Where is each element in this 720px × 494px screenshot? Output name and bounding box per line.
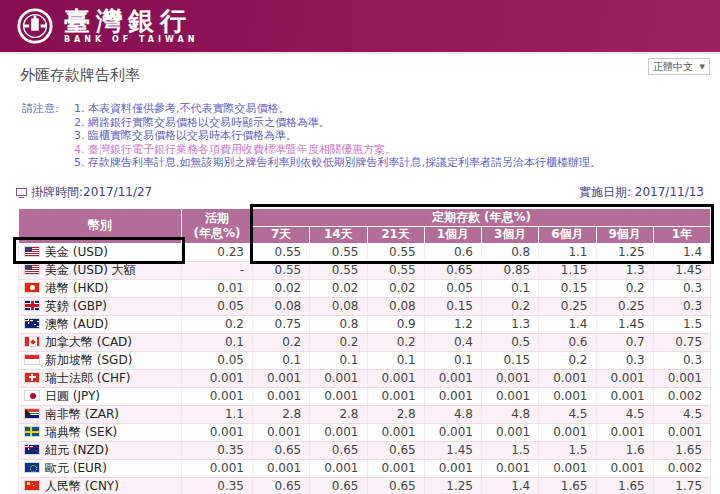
quote-time: 掛牌時間: 2017/11/27 [16,184,152,201]
table-row: 新加坡幣 (SGD)0.050.10.10.10.10.150.20.30.3 [19,351,711,369]
term-rate-cell: 0.75 [653,333,710,351]
term-rate-cell: 0.1 [482,279,539,297]
term-rate-cell: 2.8 [367,405,424,423]
term-rate-cell: 1.75 [653,477,710,494]
term-rate-cell: 2.8 [310,405,367,423]
nz-flag-icon [24,444,40,455]
col-header-term: 6個月 [539,226,596,243]
chevron-down-icon: ▼ [700,63,705,71]
currency-cell: 日圓 (JPY) [19,387,182,405]
us-flag-icon [24,264,40,275]
demand-rate-cell: 0.23 [182,243,253,261]
term-rate-cell: 1.4 [653,243,710,261]
term-rate-cell: 0.1 [424,351,481,369]
term-rate-cell: 1.5 [539,441,596,459]
term-rate-cell: 0.001 [367,423,424,441]
term-rate-cell: 1.65 [539,477,596,494]
term-rate-cell: 0.2 [482,297,539,315]
note-item: 5. 存款牌告利率計息,如無該期別之牌告利率則依較低期別牌告利率計息,採議定利率… [74,156,601,170]
term-rate-cell: 0.001 [424,369,481,387]
term-rate-cell: 0.001 [310,387,367,405]
effective-date-value: 2017/11/13 [635,185,704,199]
term-rate-cell: 0.6 [539,333,596,351]
term-rate-cell: 0.001 [482,387,539,405]
term-rate-cell: 0.8 [482,243,539,261]
table-row: 紐元 (NZD)0.350.650.650.651.451.51.51.61.6… [19,441,711,459]
term-rate-cell: 0.3 [653,351,710,369]
table-row: 瑞士法郎 (CHF)0.0010.0010.0010.0010.0010.001… [19,369,711,387]
language-select[interactable]: 正體中文 ▼ [648,58,710,75]
term-rate-cell: 0.08 [367,297,424,315]
term-rate-cell: 0.001 [539,369,596,387]
language-select-value: 正體中文 [653,60,693,74]
term-rate-cell: 0.02 [253,279,310,297]
term-rate-cell: 0.002 [653,387,710,405]
term-rate-cell: 0.55 [253,243,310,261]
demand-rate-cell: 0.35 [182,477,253,494]
currency-cell: 美金 (USD) 大額 [19,261,182,279]
term-rate-cell: 0.15 [482,351,539,369]
term-rate-cell: 0.3 [596,351,653,369]
term-rate-cell: 4.5 [596,405,653,423]
term-rate-cell: 0.65 [424,261,481,279]
currency-cell: 瑞士法郎 (CHF) [19,369,182,387]
term-rate-cell: 0.65 [310,441,367,459]
term-rate-cell: 0.001 [539,459,596,477]
col-header-demand: 活期 (年息%) [182,208,253,243]
term-rate-cell: 0.6 [424,243,481,261]
demand-rate-cell: 0.1 [182,333,253,351]
term-rate-cell: 1.3 [482,315,539,333]
term-rate-cell: 0.001 [596,387,653,405]
term-rate-cell: 0.001 [367,459,424,477]
term-rate-cell: 0.2 [367,333,424,351]
dates-row: 掛牌時間: 2017/11/27 實施日期: 2017/11/13 [16,184,704,201]
term-rate-cell: 0.15 [424,297,481,315]
term-rate-cell: 0.65 [253,441,310,459]
notes-label: 請注意: [22,102,74,170]
demand-rate-cell: 0.001 [182,459,253,477]
note-item: 2. 網路銀行實際交易價格以交易時顯示之價格為準。 [74,116,601,130]
currency-cell: 南非幣 (ZAR) [19,405,182,423]
table-row: 歐元 (EUR)0.0010.0010.0010.0010.0010.0010.… [19,459,711,477]
page-title: 外匯存款牌告利率 [20,66,720,85]
term-rate-cell: 0.001 [367,387,424,405]
term-rate-cell: 4.8 [424,405,481,423]
term-rate-cell: 0.02 [367,279,424,297]
term-rate-cell: 0.001 [653,423,710,441]
term-rate-cell: 0.08 [253,297,310,315]
term-rate-cell: 0.4 [424,333,481,351]
term-rate-cell: 0.001 [253,369,310,387]
note-item: 3. 臨櫃實際交易價格以交易時本行價格為準。 [74,129,601,143]
col-header-term: 1年 [653,226,710,243]
col-header-term: 14天 [310,226,367,243]
rates-tbody: 美金 (USD)0.230.550.550.550.60.81.11.251.4… [19,243,711,494]
jp-flag-icon [24,390,40,401]
col-header-time-deposit: 定期存款 (年息%) [253,208,711,226]
monitor-icon [16,188,27,196]
effective-date: 實施日期: 2017/11/13 [579,184,704,201]
table-row: 日圓 (JPY)0.0010.0010.0010.0010.0010.0010.… [19,387,711,405]
fx-deposit-rates-table: 幣別 活期 (年息%) 定期存款 (年息%) 7天 14天 21天 1個月 3個… [18,208,711,494]
note-item-fee-link[interactable]: 4. 臺灣銀行電子銀行業務各項費用收費標準暨年度相關優惠方案。 [74,143,601,157]
currency-cell: 港幣 (HKD) [19,279,182,297]
term-rate-cell: 0.65 [367,441,424,459]
demand-rate-cell: 0.001 [182,423,253,441]
term-rate-cell: 0.001 [310,459,367,477]
term-rate-cell: 1.65 [653,441,710,459]
term-rate-cell: 1.65 [596,477,653,494]
term-rate-cell: 0.001 [253,387,310,405]
col-header-term: 1個月 [424,226,481,243]
term-rate-cell: 1.4 [539,315,596,333]
term-rate-cell: 0.9 [367,315,424,333]
term-rate-cell: 1.25 [596,243,653,261]
cn-flag-icon [24,480,40,491]
term-rate-cell: 0.08 [310,297,367,315]
effective-date-label: 實施日期: [579,185,631,199]
notes-section: 請注意: 1. 本表資料僅供參考,不代表實際交易價格。 2. 網路銀行實際交易價… [22,102,720,170]
au-flag-icon [24,318,40,329]
term-rate-cell: 0.7 [596,333,653,351]
table-row: 加拿大幣 (CAD)0.10.20.20.20.40.50.60.70.75 [19,333,711,351]
za-flag-icon [24,408,40,419]
term-rate-cell: 0.001 [424,423,481,441]
col-header-term: 7天 [253,226,310,243]
